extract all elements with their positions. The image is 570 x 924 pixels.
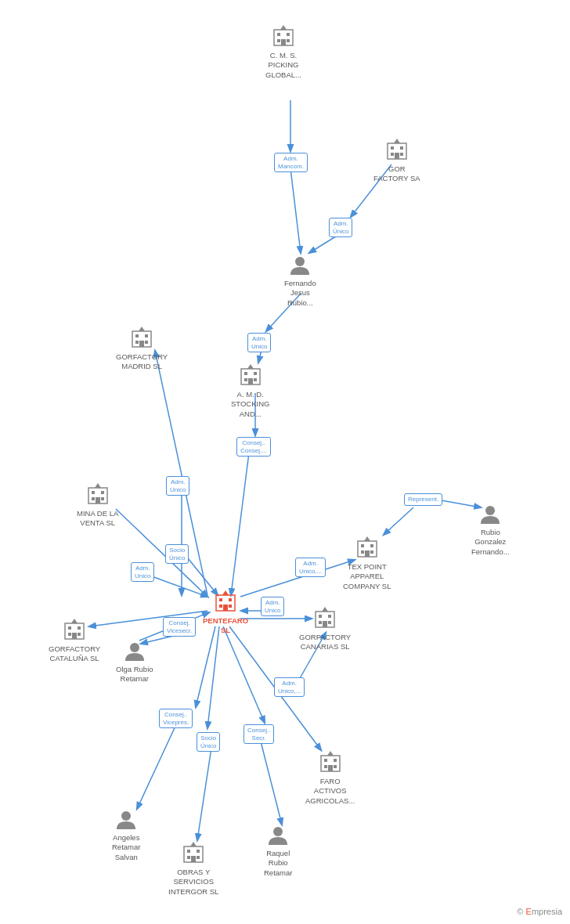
svg-rect-98 <box>328 615 331 618</box>
fernando-node[interactable]: Fernando Jesus Rubio... <box>284 254 316 308</box>
svg-rect-76 <box>365 550 370 557</box>
svg-rect-117 <box>197 856 200 859</box>
mina-venta-label: MINA DE LA VENTA SL <box>77 509 118 529</box>
svg-rect-47 <box>135 334 139 337</box>
gorfactory-canarias-label: GORFACTORY CANARIAS SL <box>299 633 351 652</box>
svg-rect-67 <box>96 497 100 504</box>
obras-servicios-node[interactable]: OBRAS Y SERVICIOS INTERGOR SL <box>168 840 218 897</box>
svg-rect-106 <box>334 759 337 762</box>
svg-rect-74 <box>361 550 364 554</box>
svg-rect-73 <box>370 544 373 547</box>
badge-adm-unico-amd[interactable]: Adm.Unico <box>247 333 271 352</box>
amd-stocking-node[interactable]: A. M. D. STOCKING AND... <box>231 363 269 419</box>
svg-rect-39 <box>400 146 403 150</box>
angeles-retamar-node[interactable]: Angeles Retamar Salvan <box>112 809 140 862</box>
badge-adm-mancom[interactable]: Adm.Mancom. <box>274 153 308 172</box>
svg-line-23 <box>223 626 265 723</box>
svg-rect-56 <box>254 372 257 375</box>
svg-rect-114 <box>187 850 190 853</box>
badge-consej-consej[interactable]: Consej..Consej.... <box>236 437 271 457</box>
svg-rect-82 <box>219 605 222 608</box>
svg-marker-120 <box>190 842 197 846</box>
building-icon <box>62 617 87 642</box>
svg-point-70 <box>485 506 495 515</box>
tex-point-node[interactable]: TEX POINT APPAREL COMPANY SL <box>343 535 391 591</box>
svg-rect-72 <box>361 544 364 547</box>
badge-represent[interactable]: Represent. <box>404 493 442 506</box>
gorfactory-cataluna-label: GORFACTORY CATALUÑA SL <box>49 644 100 664</box>
svg-marker-53 <box>139 327 145 331</box>
svg-rect-49 <box>135 341 139 344</box>
tex-point-label: TEX POINT APPAREL COMPANY SL <box>343 562 391 591</box>
cms-node[interactable]: C. M. S. PICKING GLOBAL... <box>265 23 301 80</box>
building-icon <box>85 482 110 507</box>
badge-consej-vicesecr[interactable]: Consej.Vicesecr. <box>163 617 196 637</box>
badge-adm-unico2[interactable]: Adm.Unico <box>166 476 189 496</box>
svg-rect-92 <box>78 633 81 636</box>
badge-socio-unico2[interactable]: SocioÚnico <box>197 732 220 752</box>
pentefaro-label: PENTEFARO SL <box>203 616 248 636</box>
gorfactory-madrid-node[interactable]: GORFACTORY MADRID SL <box>116 325 168 372</box>
svg-rect-31 <box>287 33 290 36</box>
pentefaro-building-icon <box>213 589 238 614</box>
svg-rect-34 <box>281 39 286 45</box>
badge-consej-vicepres[interactable]: Consej..Vicepres. <box>159 709 193 728</box>
badge-adm-unico-tex[interactable]: Adm.Unico,... <box>295 558 326 577</box>
badge-adm-unico-main[interactable]: Adm.Unico <box>261 597 284 616</box>
fernando-label: Fernando Jesus Rubio... <box>284 279 316 308</box>
svg-rect-116 <box>187 856 190 859</box>
olga-rubio-node[interactable]: Olga Rubio Retamar <box>116 641 153 684</box>
building-icon <box>129 325 154 350</box>
svg-rect-33 <box>287 39 290 42</box>
gorfactory-cataluna-node[interactable]: GORFACTORY CATALUÑA SL <box>49 617 100 664</box>
svg-line-27 <box>260 738 282 825</box>
person-icon <box>267 825 289 846</box>
building-icon <box>181 840 206 865</box>
svg-rect-57 <box>244 378 247 381</box>
svg-line-1 <box>290 168 301 253</box>
rubio-gonzalez-node[interactable]: Rubio Gonzalez Fernando... <box>471 504 510 557</box>
svg-marker-86 <box>222 590 229 595</box>
svg-marker-95 <box>71 619 78 623</box>
svg-line-22 <box>207 626 219 728</box>
person-icon <box>115 809 137 831</box>
svg-rect-66 <box>101 497 104 500</box>
mina-venta-node[interactable]: MINA DE LA VENTA SL <box>77 482 118 529</box>
rubio-gonzalez-label: Rubio Gonzalez Fernando... <box>471 528 510 557</box>
svg-rect-99 <box>319 621 322 624</box>
person-icon <box>479 504 501 525</box>
svg-rect-51 <box>139 341 144 347</box>
svg-rect-90 <box>78 626 81 630</box>
svg-point-87 <box>130 643 139 652</box>
gorfactory-canarias-node[interactable]: GORFACTORY CANARIAS SL <box>299 605 351 652</box>
amd-stocking-label: A. M. D. STOCKING AND... <box>231 390 269 419</box>
svg-line-26 <box>197 748 211 840</box>
svg-rect-75 <box>370 550 373 554</box>
svg-rect-32 <box>277 39 280 42</box>
svg-point-45 <box>295 257 305 266</box>
svg-line-11 <box>116 509 207 597</box>
faro-activos-node[interactable]: FARO ACTIVOS AGRICOLAS... <box>305 749 355 806</box>
svg-rect-63 <box>92 491 95 494</box>
badge-consej-secr[interactable]: Consej..Secr. <box>244 724 274 744</box>
raquel-rubio-node[interactable]: Raquel Rubio Retamar <box>264 825 292 878</box>
watermark-brand: Empresia <box>526 907 562 916</box>
building-icon <box>318 749 343 774</box>
svg-rect-84 <box>223 605 228 611</box>
svg-rect-42 <box>395 153 399 159</box>
badge-adm-unico-can[interactable]: Adm.Unico,... <box>274 677 305 697</box>
svg-rect-93 <box>72 633 77 639</box>
raquel-rubio-label: Raquel Rubio Retamar <box>264 849 292 878</box>
person-icon <box>289 254 311 276</box>
svg-rect-58 <box>254 378 257 381</box>
svg-rect-101 <box>323 621 327 627</box>
svg-line-24 <box>196 626 215 707</box>
badge-socio-unico-mina[interactable]: SocioÚnico <box>165 544 189 564</box>
badge-adm-unico-gor[interactable]: Adm.Único <box>329 218 352 237</box>
cms-label: C. M. S. PICKING GLOBAL... <box>265 51 301 80</box>
pentefaro-node[interactable]: PENTEFARO SL <box>203 589 248 636</box>
badge-adm-unico-mina[interactable]: Adm.Unico <box>131 562 154 582</box>
svg-rect-118 <box>191 856 196 862</box>
gor-factory-sa-node[interactable]: GOR FACTORY SA <box>373 137 420 184</box>
svg-line-7 <box>231 453 249 595</box>
